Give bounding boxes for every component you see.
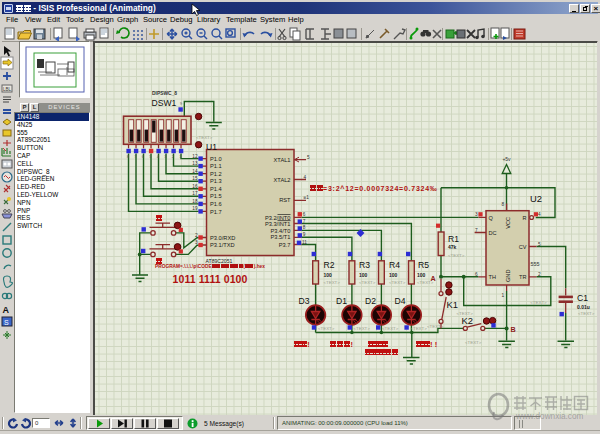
svg-text:S: S: [4, 319, 9, 326]
svg-text:A: A: [3, 305, 10, 315]
svg-text:LBL: LBL: [3, 87, 12, 92]
